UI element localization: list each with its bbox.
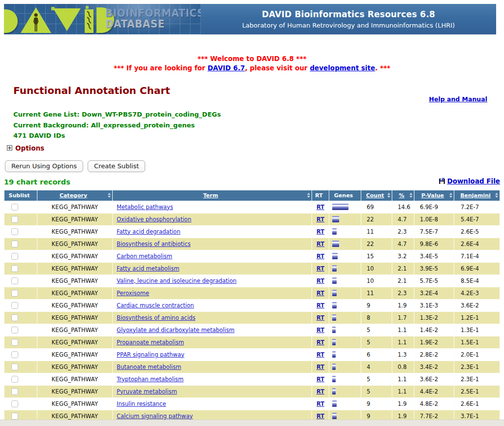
row-checkbox[interactable] xyxy=(11,290,18,297)
term-link[interactable]: Insulin resistance xyxy=(117,400,166,407)
row-checkbox[interactable] xyxy=(11,277,18,284)
genes-bar[interactable] xyxy=(332,265,337,272)
column-header-count[interactable]: Count xyxy=(361,190,392,201)
david-67-link[interactable]: DAVID 6.7 xyxy=(208,64,245,72)
sort-icon[interactable] xyxy=(449,193,452,198)
genes-bar[interactable] xyxy=(332,388,336,395)
rt-link[interactable]: RT xyxy=(316,327,324,334)
term-link[interactable]: Oxidative phosphorylation xyxy=(117,216,191,223)
row-checkbox[interactable] xyxy=(11,204,18,211)
rt-link[interactable]: RT xyxy=(316,388,324,395)
row-checkbox[interactable] xyxy=(11,327,18,334)
rt-link[interactable]: RT xyxy=(316,204,324,211)
row-checkbox[interactable] xyxy=(11,265,18,272)
genes-bar[interactable] xyxy=(332,302,337,308)
column-header-benjamini[interactable]: Benjamini xyxy=(454,190,500,201)
term-link[interactable]: PPAR signaling pathway xyxy=(117,351,185,358)
row-checkbox[interactable] xyxy=(11,314,18,321)
benjamini-cell: 2.6E-1 xyxy=(454,398,500,410)
term-link[interactable]: Peroxisome xyxy=(117,290,149,297)
rt-link[interactable]: RT xyxy=(316,400,324,407)
row-checkbox[interactable] xyxy=(11,388,18,395)
genes-bar[interactable] xyxy=(332,290,337,296)
options-expander[interactable]: Options xyxy=(7,144,504,152)
term-link[interactable]: Calcium signaling pathway xyxy=(117,413,193,420)
row-checkbox[interactable] xyxy=(11,241,18,247)
genes-bar[interactable] xyxy=(332,327,336,333)
genes-bar[interactable] xyxy=(332,314,336,321)
column-label: Term xyxy=(203,192,218,199)
rt-link[interactable]: RT xyxy=(316,228,324,235)
term-link[interactable]: Carbon metabolism xyxy=(117,253,172,260)
rt-link[interactable]: RT xyxy=(316,302,324,309)
term-link[interactable]: Fatty acid metabolism xyxy=(117,265,179,272)
term-link[interactable]: Fatty acid degradation xyxy=(117,228,180,235)
rt-link[interactable]: RT xyxy=(316,413,324,420)
rt-link[interactable]: RT xyxy=(316,376,324,383)
genes-bar[interactable] xyxy=(332,376,336,382)
column-header-term[interactable]: Term xyxy=(113,190,312,201)
expand-plus-icon[interactable] xyxy=(7,145,12,151)
rt-link[interactable]: RT xyxy=(316,241,324,247)
genes-bar[interactable] xyxy=(332,228,337,235)
genes-bar[interactable] xyxy=(332,400,337,407)
row-checkbox[interactable] xyxy=(11,216,18,223)
sort-icon[interactable] xyxy=(495,193,498,198)
row-checkbox[interactable] xyxy=(11,400,18,407)
genes-bar[interactable] xyxy=(332,364,336,370)
help-and-manual-link[interactable]: Help and Manual xyxy=(429,95,487,103)
benjamini-cell: 1.5E-1 xyxy=(454,336,500,348)
sort-icon[interactable] xyxy=(108,193,111,198)
percent-cell: 4.7 xyxy=(392,213,414,225)
row-checkbox[interactable] xyxy=(11,253,18,260)
term-link[interactable]: Butanoate metabolism xyxy=(117,364,181,370)
column-header-rt: RT xyxy=(312,190,329,201)
column-header-percent[interactable]: % xyxy=(392,190,414,201)
percent-cell: 2.1 xyxy=(392,263,414,274)
term-link[interactable]: Cardiac muscle contraction xyxy=(117,302,194,309)
rt-link[interactable]: RT xyxy=(316,339,324,346)
genes-bar[interactable] xyxy=(332,253,338,259)
rerun-using-options-button[interactable]: Rerun Using Options xyxy=(5,160,83,172)
genes-bar[interactable] xyxy=(332,216,339,222)
rt-link[interactable]: RT xyxy=(316,364,324,370)
genes-bar[interactable] xyxy=(332,204,348,210)
rt-link[interactable]: RT xyxy=(316,216,324,223)
row-checkbox[interactable] xyxy=(11,228,18,235)
sort-icon[interactable] xyxy=(387,193,390,198)
term-link[interactable]: Valine, leucine and isoleucine degradati… xyxy=(117,277,237,284)
genes-bar[interactable] xyxy=(332,241,339,247)
term-link[interactable]: Propanoate metabolism xyxy=(117,339,184,346)
term-link[interactable]: Glyoxylate and dicarboxylate metabolism xyxy=(117,327,234,334)
rt-link[interactable]: RT xyxy=(316,265,324,272)
row-checkbox[interactable] xyxy=(11,302,18,309)
row-checkbox[interactable] xyxy=(11,364,18,370)
row-checkbox[interactable] xyxy=(11,413,18,420)
sort-icon[interactable] xyxy=(307,193,310,198)
term-link[interactable]: Biosynthesis of amino acids xyxy=(117,314,195,321)
rt-link[interactable]: RT xyxy=(316,314,324,321)
column-header-category[interactable]: Category xyxy=(37,190,112,201)
genes-bar[interactable] xyxy=(332,413,337,419)
row-checkbox[interactable] xyxy=(11,351,18,358)
row-checkbox[interactable] xyxy=(11,339,18,346)
sort-icon[interactable] xyxy=(410,193,412,198)
rt-link[interactable]: RT xyxy=(316,277,324,284)
development-site-link[interactable]: development site xyxy=(310,64,375,72)
column-header-pvalue[interactable]: P-Value xyxy=(414,190,454,201)
genes-bar[interactable] xyxy=(332,351,336,358)
download-file-link[interactable]: Download File xyxy=(439,177,500,185)
benjamini-cell: 8.5E-4 xyxy=(454,275,500,287)
rt-link[interactable]: RT xyxy=(316,253,324,260)
benjamini-cell: 1.2E-1 xyxy=(454,312,500,324)
rt-link[interactable]: RT xyxy=(316,351,324,358)
create-sublist-button[interactable]: Create Sublist xyxy=(88,160,145,172)
row-checkbox[interactable] xyxy=(11,376,18,383)
term-link[interactable]: Biosynthesis of antibiotics xyxy=(117,241,190,247)
genes-bar[interactable] xyxy=(332,277,337,284)
term-link[interactable]: Tryptophan metabolism xyxy=(117,376,184,383)
genes-bar[interactable] xyxy=(332,339,336,345)
term-link[interactable]: Metabolic pathways xyxy=(117,204,173,211)
rt-link[interactable]: RT xyxy=(316,290,324,297)
term-link[interactable]: Pyruvate metabolism xyxy=(117,388,177,395)
